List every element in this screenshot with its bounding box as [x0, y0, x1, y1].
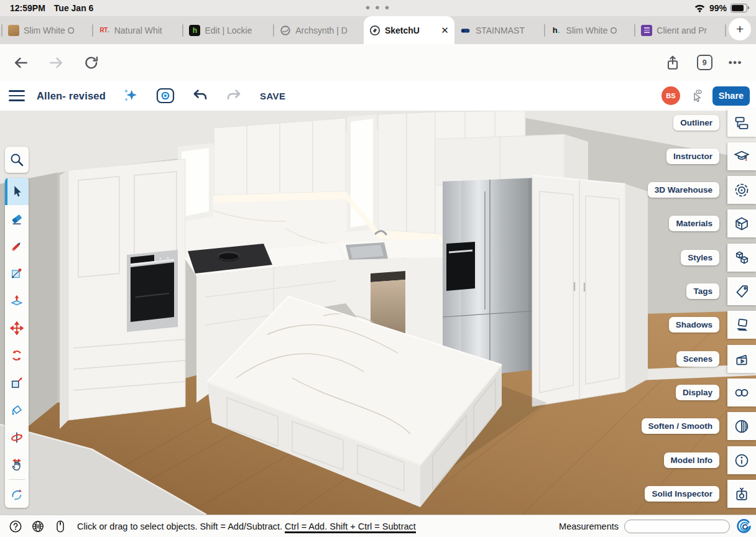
panel-instructor[interactable]: Instructor	[666, 142, 756, 170]
line-tool[interactable]	[5, 232, 29, 260]
tab-sketchup-active[interactable]: SketchU ✕	[364, 16, 454, 44]
tab-switcher-button[interactable]: 9	[697, 55, 712, 70]
panel-outliner[interactable]: Outliner	[673, 109, 756, 137]
tags-label: Tags	[686, 283, 719, 299]
rotate-tool[interactable]	[5, 342, 29, 369]
model-info-label: Model Info	[664, 452, 720, 468]
pan-hand-icon	[10, 458, 24, 472]
houzz-favicon: h	[189, 25, 200, 36]
soften-smooth-label: Soften / Smooth	[642, 418, 720, 434]
drawing-toolbar	[5, 178, 29, 508]
select-tool[interactable]	[5, 178, 29, 205]
undo-icon[interactable]	[191, 87, 209, 104]
share-page-icon[interactable]	[665, 55, 681, 71]
soften-smooth-icon	[734, 418, 750, 434]
panel-materials[interactable]: Materials	[669, 209, 756, 237]
globe-favicon	[280, 25, 291, 36]
instructor-label: Instructor	[666, 149, 719, 164]
model-title[interactable]: Allen- revised	[37, 90, 106, 102]
share-button[interactable]: Share	[712, 86, 750, 106]
panel-styles[interactable]: Styles	[681, 244, 756, 272]
redo-icon[interactable]	[225, 87, 242, 104]
main-menu-button[interactable]	[9, 90, 25, 101]
sketchup-web-ipad-screen: { "status_bar": { "time": "12:59PM", "da…	[0, 0, 756, 537]
rt-favicon: RT.	[99, 25, 110, 36]
panel-soften-smooth[interactable]: Soften / Smooth	[642, 412, 756, 440]
solid-inspector-label: Solid Inspector	[645, 486, 719, 502]
sketchup-toolbar: Allen- revised SAVE BS Share	[0, 81, 756, 111]
outliner-label: Outliner	[673, 115, 719, 131]
close-tab-icon[interactable]: ✕	[441, 25, 449, 36]
tool-hint-text: Click or drag to select objects. Shift =…	[77, 521, 416, 531]
push-pull-tool[interactable]	[5, 287, 29, 314]
shapes-tool[interactable]	[5, 260, 29, 287]
pan-tool[interactable]	[5, 451, 29, 479]
measurements-input[interactable]	[624, 520, 730, 533]
materials-label: Materials	[669, 216, 719, 231]
multitask-dots[interactable]: ● ● ●	[0, 2, 756, 12]
panel-display[interactable]: Display	[676, 379, 756, 406]
panel-tags[interactable]: Tags	[686, 277, 756, 305]
scale-tool[interactable]	[5, 369, 29, 397]
live-cursor-icon	[688, 88, 704, 104]
instructor-icon	[734, 149, 750, 165]
ai-sparkle-icon[interactable]	[122, 87, 139, 104]
search-tool-button[interactable]	[5, 147, 29, 173]
paint-bucket-tool[interactable]	[5, 397, 29, 424]
tab-slim-white-1[interactable]: Slim White O	[2, 16, 92, 44]
record-scene-icon[interactable]	[155, 87, 175, 104]
tab-natural-white[interactable]: RT. Natural Whit	[93, 16, 183, 44]
scenes-icon	[734, 351, 750, 367]
tab-archsynth[interactable]: Archsynth | D	[274, 16, 364, 44]
avatar[interactable]: BS	[662, 86, 680, 105]
h-dot-favicon: h.	[551, 25, 562, 36]
eraser-icon	[10, 212, 24, 226]
rectangle-icon	[10, 267, 24, 280]
help-icon[interactable]	[9, 520, 22, 533]
scribble-pen-icon[interactable]	[735, 518, 751, 534]
globe-language-icon[interactable]	[31, 520, 45, 533]
new-tab-button[interactable]: +	[729, 18, 751, 40]
tab-client-presentation[interactable]: Client and Pr	[635, 16, 725, 44]
materials-icon	[734, 216, 750, 232]
panel-model-info[interactable]: Model Info	[664, 446, 756, 474]
sketchup-favicon	[369, 25, 380, 36]
panel-shadows[interactable]: Shadows	[669, 311, 756, 339]
eraser-tool[interactable]	[5, 205, 29, 232]
save-button[interactable]: SAVE	[260, 91, 285, 101]
measurements-label: Measurements	[559, 521, 619, 531]
orbit-icon	[10, 431, 24, 444]
browser-tab-bar: Slim White O RT. Natural Whit h Edit | L…	[0, 16, 756, 44]
search-icon	[9, 152, 24, 167]
pencil-icon	[10, 239, 24, 253]
tab-houzz-edit[interactable]: h Edit | Lockie	[183, 16, 273, 44]
display-label: Display	[676, 385, 719, 400]
warehouse-icon	[734, 182, 750, 198]
reload-button[interactable]	[83, 55, 99, 71]
toolbar-divider	[9, 479, 25, 480]
mouse-hints-icon[interactable]	[53, 520, 67, 533]
paint-bucket-icon	[10, 403, 24, 417]
browser-menu-button[interactable]: •••	[729, 57, 742, 69]
orbit-tool[interactable]	[5, 424, 29, 451]
panel-solid-inspector[interactable]: Solid Inspector	[645, 480, 756, 508]
walk-tool[interactable]	[5, 480, 29, 508]
push-pull-icon	[10, 294, 24, 308]
ipad-status-bar: 12:59PM Tue Jan 6 ● ● ● 99%	[0, 0, 756, 16]
solid-inspector-icon	[734, 486, 750, 502]
warehouse-label: 3D Warehouse	[648, 182, 719, 198]
scenes-label: Scenes	[676, 351, 719, 367]
forward-button[interactable]	[48, 55, 65, 71]
model-viewport[interactable]	[0, 111, 756, 515]
status-bar-bottom: Click or drag to select objects. Shift =…	[0, 515, 756, 537]
browser-address-bar: app.sketchup.com 9 •••	[0, 44, 756, 81]
panel-scenes[interactable]: Scenes	[676, 345, 756, 373]
tab-slim-white-2[interactable]: h. Slim White O	[545, 16, 635, 44]
outliner-icon	[734, 115, 750, 131]
shadows-icon	[734, 317, 750, 333]
move-tool[interactable]	[5, 314, 29, 342]
panel-3d-warehouse[interactable]: 3D Warehouse	[648, 176, 756, 204]
styles-icon	[734, 250, 750, 266]
tab-stainmaster[interactable]: STAINMAST	[454, 16, 544, 44]
back-button[interactable]	[12, 55, 29, 71]
